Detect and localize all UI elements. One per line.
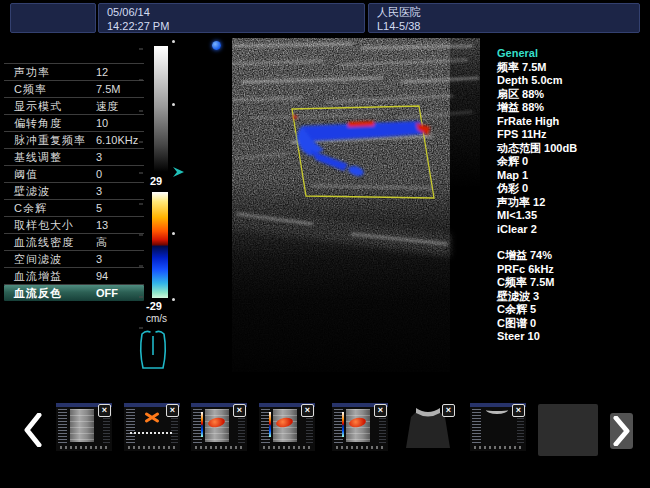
mini-colorbar bbox=[342, 412, 344, 437]
next-thumbnails-button[interactable] bbox=[610, 413, 633, 449]
param-row-flow-invert-selected[interactable]: 血流反色OFF bbox=[4, 285, 144, 301]
param-row-prf[interactable]: 脉冲重复频率6.10KHz bbox=[4, 132, 144, 149]
param-row-steer-angle[interactable]: 偏转角度10 bbox=[4, 115, 144, 132]
readout-line: 声功率 12 bbox=[497, 196, 647, 210]
hospital-box: 人民医院 L14-5/38 bbox=[368, 3, 640, 33]
readout-line: 伪彩 0 bbox=[497, 182, 647, 196]
prev-thumbnails-button[interactable] bbox=[20, 411, 46, 449]
datetime-box: 05/06/14 14:22:27 PM bbox=[98, 3, 365, 33]
param-row-c-frequency[interactable]: C频率7.5M bbox=[4, 81, 144, 98]
depth-mark-0 bbox=[172, 40, 175, 43]
param-row-display-mode[interactable]: 显示模式速度 bbox=[4, 98, 144, 115]
param-row-line-density[interactable]: 血流线密度高 bbox=[4, 234, 144, 251]
param-label: 脉冲重复频率 bbox=[14, 134, 86, 146]
time-text: 14:22:27 PM bbox=[107, 19, 356, 33]
ultrasound-image[interactable] bbox=[232, 38, 480, 372]
thumbnail-4[interactable]: × bbox=[259, 403, 315, 451]
close-icon[interactable]: × bbox=[442, 404, 455, 417]
mini-colorbar bbox=[201, 412, 203, 437]
param-row-packet-size[interactable]: 取样包大小13 bbox=[4, 217, 144, 234]
param-label: 血流线密度 bbox=[14, 236, 74, 248]
param-row-color-gain[interactable]: 血流增益94 bbox=[4, 268, 144, 285]
param-value: 3 bbox=[96, 251, 102, 267]
close-icon[interactable]: × bbox=[166, 404, 179, 417]
param-label: 显示模式 bbox=[14, 100, 62, 112]
thumbnail-5[interactable]: × bbox=[332, 403, 388, 451]
param-value: 3 bbox=[96, 149, 102, 165]
readout-line: Map 1 bbox=[497, 169, 647, 183]
param-value: 5 bbox=[96, 200, 102, 216]
param-value: OFF bbox=[96, 285, 118, 301]
depth-mark-1 bbox=[172, 103, 175, 106]
depth-mark-4 bbox=[172, 298, 175, 301]
readout-line: C频率 7.5M bbox=[497, 276, 647, 290]
param-label: 取样包大小 bbox=[14, 219, 74, 231]
probe-model: L14-5/38 bbox=[377, 19, 631, 33]
thumbnail-1[interactable]: × bbox=[56, 403, 112, 451]
readout-panel: General 频率 7.5M Depth 5.0cm 扇区 88% 增益 88… bbox=[497, 47, 647, 344]
thumbnail-6[interactable]: × bbox=[400, 403, 456, 451]
param-row-spatial-filter[interactable]: 空间滤波3 bbox=[4, 251, 144, 268]
readout-line: FPS 11Hz bbox=[497, 128, 647, 142]
param-value: 0 bbox=[96, 166, 102, 182]
param-label: 声功率 bbox=[14, 66, 50, 78]
readout-line: FrRate High bbox=[497, 115, 647, 129]
mini-convex-arc bbox=[486, 406, 508, 414]
param-value: 13 bbox=[96, 217, 108, 233]
patient-info-box bbox=[10, 3, 96, 33]
param-row-wall-filter[interactable]: 壁滤波3 bbox=[4, 183, 144, 200]
param-row-threshold[interactable]: 阈值0 bbox=[4, 166, 144, 183]
readout-line: C余辉 5 bbox=[497, 303, 647, 317]
readout-line: C图谱 0 bbox=[497, 317, 647, 331]
param-label: 血流反色 bbox=[14, 287, 62, 299]
mini-image bbox=[70, 409, 94, 442]
param-value: 94 bbox=[96, 268, 108, 284]
readout-line: 余辉 0 bbox=[497, 155, 647, 169]
thumbnail-7[interactable]: × bbox=[470, 403, 526, 451]
close-icon[interactable]: × bbox=[233, 404, 246, 417]
param-value: 10 bbox=[96, 115, 108, 131]
thumbnail-8[interactable] bbox=[538, 404, 598, 456]
mini-text bbox=[472, 409, 481, 443]
param-label: 偏转角度 bbox=[14, 117, 62, 129]
grayscale-bar bbox=[154, 46, 168, 172]
param-label: C频率 bbox=[14, 83, 47, 95]
close-icon[interactable]: × bbox=[512, 404, 525, 417]
readout-line: 频率 7.5M bbox=[497, 61, 647, 75]
mini-filmstrip bbox=[195, 446, 243, 449]
mini-text bbox=[126, 409, 135, 443]
param-value: 6.10KHz bbox=[96, 132, 138, 148]
param-row-acoustic-power[interactable]: 声功率12 bbox=[4, 64, 144, 81]
param-label: 空间滤波 bbox=[14, 253, 62, 265]
mini-filmstrip bbox=[336, 446, 384, 449]
depth-ruler-ticks bbox=[139, 48, 143, 338]
readout-line: MI<1.35 bbox=[497, 209, 647, 223]
chevron-left-icon bbox=[23, 413, 43, 447]
close-icon[interactable]: × bbox=[374, 404, 387, 417]
param-label: 壁滤波 bbox=[14, 185, 50, 197]
color-readout-group: C增益 74% PRFc 6kHz C频率 7.5M 壁滤波 3 C余辉 5 C… bbox=[497, 249, 647, 344]
param-value: 3 bbox=[96, 183, 102, 199]
close-icon[interactable]: × bbox=[301, 404, 314, 417]
focus-marker-icon[interactable] bbox=[173, 163, 185, 181]
readout-line: 扇区 88% bbox=[497, 88, 647, 102]
mini-colorbar bbox=[269, 412, 271, 437]
readout-line: Steer 10 bbox=[497, 330, 647, 344]
readout-line: iClear 2 bbox=[497, 223, 647, 237]
mini-text bbox=[58, 409, 67, 443]
mini-filmstrip bbox=[60, 446, 108, 449]
mini-filmstrip bbox=[263, 446, 311, 449]
param-row-baseline[interactable]: 基线调整3 bbox=[4, 149, 144, 166]
section-title: General bbox=[497, 47, 647, 61]
close-icon[interactable]: × bbox=[98, 404, 111, 417]
thumbnail-3[interactable]: × bbox=[191, 403, 247, 451]
body-marker-icon[interactable] bbox=[137, 323, 169, 377]
probe-orientation-icon bbox=[212, 41, 221, 50]
param-value: 12 bbox=[96, 64, 108, 80]
ultrasound-screen: 05/06/14 14:22:27 PM 人民医院 L14-5/38 声功率12… bbox=[0, 0, 650, 488]
param-row-c-persistence[interactable]: C余辉5 bbox=[4, 200, 144, 217]
readout-line: 增益 88% bbox=[497, 101, 647, 115]
parameter-panel: 声功率12 C频率7.5M 显示模式速度 偏转角度10 脉冲重复频率6.10KH… bbox=[4, 63, 144, 301]
param-value: 速度 bbox=[96, 98, 118, 114]
thumbnail-2[interactable]: × bbox=[124, 403, 180, 451]
